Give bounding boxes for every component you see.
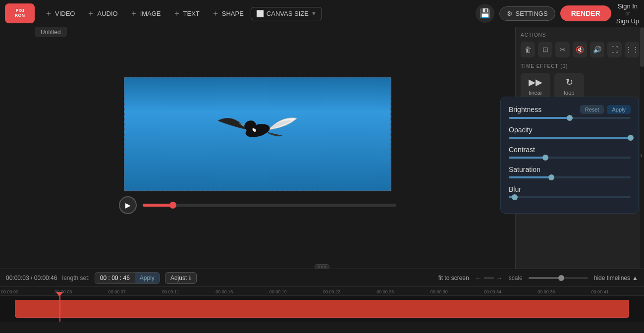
contrast-thumb[interactable] bbox=[542, 155, 548, 161]
length-set-label: length set: bbox=[62, 275, 89, 281]
blur-thumb[interactable] bbox=[512, 194, 518, 200]
saturation-label: Saturation bbox=[509, 166, 540, 173]
ruler-mark-4: 00:00:15 bbox=[215, 289, 268, 294]
saturation-thumb[interactable] bbox=[548, 174, 554, 180]
volume-action-icon[interactable]: 🔊 bbox=[590, 42, 604, 57]
blur-row: Blur bbox=[509, 185, 631, 198]
sign-in-link[interactable]: Sign In bbox=[618, 2, 638, 10]
actions-label: ACTIONS bbox=[521, 32, 639, 38]
time-input[interactable] bbox=[95, 273, 135, 283]
nav-shape[interactable]: ＋ SHAPE bbox=[207, 5, 249, 22]
vertical-scrollbar[interactable] bbox=[640, 27, 644, 269]
fullscreen-action-icon[interactable]: ⛶ bbox=[607, 42, 622, 57]
scale-track[interactable] bbox=[529, 277, 588, 279]
fit-line bbox=[484, 278, 494, 278]
progress-fill bbox=[143, 204, 173, 207]
ruler-mark-9: 00:00:34 bbox=[483, 289, 537, 294]
fit-to-screen-button[interactable]: fit to screen bbox=[438, 275, 469, 281]
bird-illustration bbox=[208, 93, 307, 167]
project-title[interactable]: Untitled bbox=[35, 27, 67, 37]
ruler-marks: 00:00:00 00:00:03 00:00:07 00:00:11 00:0… bbox=[0, 289, 644, 294]
adjust-button[interactable]: Adjust ℹ bbox=[165, 272, 197, 284]
linear-option[interactable]: ▶▶ linear bbox=[521, 73, 550, 100]
ruler-mark-11: 00:00:41 bbox=[590, 289, 644, 294]
playback-bar: ▶ bbox=[109, 191, 406, 219]
apply-time-button[interactable]: Apply bbox=[135, 273, 160, 283]
actions-row: 🗑 ⊡ ✂ 🔇 🔊 ⛶ ⋮⋮ bbox=[521, 42, 639, 57]
timeline-right-controls: fit to screen ← → scale hide timelines ▲ bbox=[438, 274, 638, 282]
contrast-row: Contrast bbox=[509, 146, 631, 159]
hide-timelines-button[interactable]: hide timelines ▲ bbox=[594, 275, 638, 281]
plus-icon: ＋ bbox=[130, 8, 138, 19]
blur-slider[interactable] bbox=[509, 196, 631, 198]
timeline-ruler: 00:00:00 00:00:03 00:00:07 00:00:11 00:0… bbox=[0, 287, 644, 296]
loop-icon: ↻ bbox=[566, 77, 573, 88]
timeline-area: • • • 00:00:03 / 00:00:46 length set: Ap… bbox=[0, 269, 644, 333]
sign-in-area: Sign In or Sign Up bbox=[616, 2, 639, 25]
arrow-left-icon: ← bbox=[475, 274, 482, 282]
nav-video[interactable]: ＋ VIDEO bbox=[40, 5, 80, 22]
nav-canvas-size[interactable]: ⬜ CANVAS SIZE ▼ bbox=[251, 7, 322, 20]
loop-option[interactable]: ↻ loop bbox=[554, 73, 584, 100]
plus-icon: ＋ bbox=[212, 8, 219, 19]
copy-action-icon[interactable]: ⊡ bbox=[538, 42, 552, 57]
settings-button[interactable]: ⚙ SETTINGS bbox=[499, 6, 555, 21]
brightness-slider[interactable] bbox=[509, 117, 631, 119]
scale-label: scale bbox=[509, 275, 523, 281]
playhead-triangle bbox=[56, 292, 63, 297]
ruler-mark-2: 00:00:07 bbox=[107, 289, 161, 294]
video-canvas bbox=[124, 77, 391, 191]
saturation-fill bbox=[509, 176, 551, 178]
render-button[interactable]: RENDER bbox=[560, 5, 611, 21]
linear-icon: ▶▶ bbox=[529, 77, 542, 88]
ruler-mark-0: 00:00:00 bbox=[0, 289, 54, 294]
chevron-up-icon: ▲ bbox=[632, 275, 638, 281]
nav-audio[interactable]: ＋ AUDIO bbox=[82, 5, 122, 22]
video-clip[interactable] bbox=[15, 300, 629, 318]
play-button[interactable]: ▶ bbox=[119, 196, 137, 214]
sign-up-link[interactable]: Sign Up bbox=[616, 17, 639, 25]
save-button[interactable]: 💾 bbox=[476, 4, 494, 23]
contrast-label: Contrast bbox=[509, 146, 535, 154]
nav-right: 💾 ⚙ SETTINGS RENDER Sign In or Sign Up bbox=[476, 2, 639, 25]
opacity-thumb[interactable] bbox=[628, 135, 634, 141]
ruler-mark-6: 00:00:22 bbox=[322, 289, 376, 294]
brightness-apply-button[interactable]: Apply bbox=[607, 105, 631, 114]
brightness-label: Brightness bbox=[509, 106, 541, 113]
chevron-down-icon: ▼ bbox=[311, 10, 317, 16]
timeline-track[interactable] bbox=[0, 296, 644, 322]
ruler-mark-10: 00:00:38 bbox=[537, 289, 590, 294]
progress-thumb[interactable] bbox=[169, 202, 176, 209]
brightness-reset-button[interactable]: Reset bbox=[580, 105, 604, 114]
opacity-label: Opacity bbox=[509, 126, 532, 134]
nav-text[interactable]: ＋ TEXT bbox=[168, 5, 205, 22]
brightness-fill bbox=[509, 117, 570, 119]
drag-dots-icon: • • • bbox=[318, 264, 326, 270]
more-action-icon[interactable]: ⋮⋮ bbox=[625, 42, 639, 57]
timeline-controls: 00:00:03 / 00:00:46 length set: Apply Ad… bbox=[0, 269, 644, 287]
canvas-icon: ⬜ bbox=[256, 10, 264, 17]
drag-handle[interactable]: • • • bbox=[315, 264, 329, 269]
top-navigation: PIXI KON ＋ VIDEO ＋ AUDIO ＋ IMAGE ＋ TEXT … bbox=[0, 0, 644, 27]
mute-action-icon[interactable]: 🔇 bbox=[573, 42, 587, 57]
ruler-mark-3: 00:00:11 bbox=[161, 289, 215, 294]
saturation-slider[interactable] bbox=[509, 176, 631, 178]
contrast-slider[interactable] bbox=[509, 157, 631, 159]
nav-image[interactable]: ＋ IMAGE bbox=[125, 5, 166, 22]
scale-thumb[interactable] bbox=[558, 275, 564, 281]
delete-action-icon[interactable]: 🗑 bbox=[521, 42, 535, 57]
fit-arrows: ← → bbox=[475, 274, 503, 282]
opacity-fill bbox=[509, 137, 631, 139]
vscroll-thumb[interactable] bbox=[640, 27, 644, 67]
brightness-thumb[interactable] bbox=[567, 115, 573, 121]
progress-track[interactable] bbox=[143, 204, 396, 207]
crop-action-icon[interactable]: ✂ bbox=[555, 42, 570, 57]
scale-fill bbox=[529, 277, 561, 279]
scroll-right-arrow[interactable]: › bbox=[640, 151, 643, 159]
blur-label: Blur bbox=[509, 185, 521, 193]
gear-icon: ⚙ bbox=[507, 10, 513, 17]
time-effect-label: TIME EFFECT (0) bbox=[521, 63, 639, 69]
contrast-fill bbox=[509, 157, 545, 159]
plus-icon: ＋ bbox=[87, 8, 95, 19]
opacity-slider[interactable] bbox=[509, 137, 631, 139]
